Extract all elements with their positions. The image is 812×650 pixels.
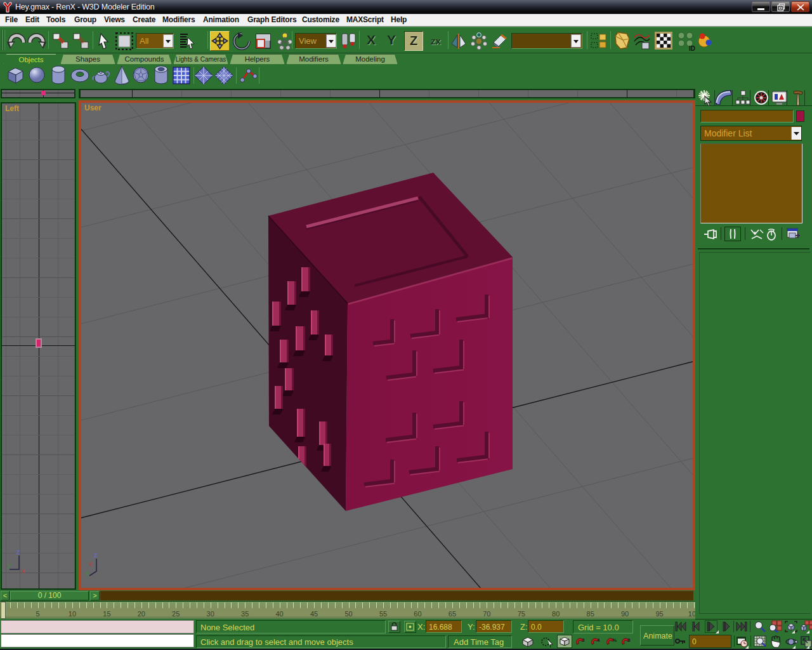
svg-text:z: z	[16, 548, 20, 555]
svg-text:z: z	[94, 551, 98, 559]
svg-text:3: 3	[582, 637, 585, 643]
svg-text:4: 4	[597, 637, 600, 643]
svg-text:8: 8	[627, 637, 631, 643]
svg-text:y: y	[8, 561, 11, 569]
svg-text:y: y	[86, 569, 89, 576]
svg-text:%: %	[612, 637, 617, 643]
svg-text:x: x	[89, 560, 93, 567]
svg-text:x: x	[22, 567, 25, 574]
svg-text:ID: ID	[689, 45, 695, 51]
